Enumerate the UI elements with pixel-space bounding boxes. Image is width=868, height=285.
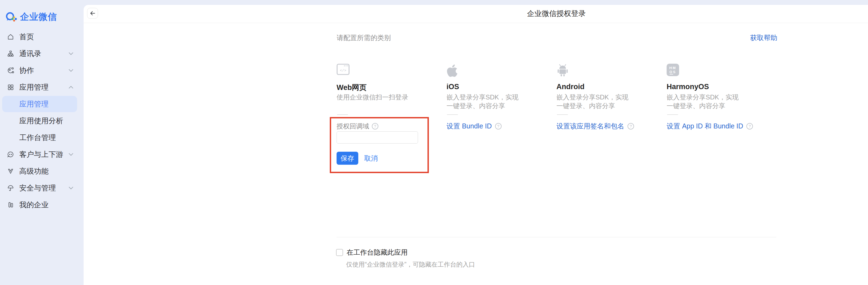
card-harmonyos-desc: 嵌入登录分享SDK，实现 一键登录、内容分享 [666, 93, 739, 110]
hide-app-label: 在工作台隐藏此应用 [347, 248, 408, 257]
card-harmonyos-title: HarmonyOS [666, 83, 709, 91]
home-icon [7, 33, 14, 40]
hide-app-row: 在工作台隐藏此应用 [336, 248, 408, 257]
sidebar-item-home[interactable]: 首页 [0, 29, 82, 45]
advanced-v-icon [7, 168, 14, 175]
browser-icon: </> [337, 64, 349, 79]
back-button[interactable] [87, 8, 98, 19]
help-question-icon[interactable]: ? [372, 123, 378, 130]
card-ios-desc: 嵌入登录分享SDK，实现 一键登录、内容分享 [446, 93, 519, 110]
chevron-down-icon [69, 153, 73, 156]
card-divider [667, 114, 678, 115]
company-icon [7, 201, 14, 208]
help-question-icon[interactable]: ? [495, 123, 502, 130]
card-ios: iOS 嵌入登录分享SDK，实现 一键登录、内容分享 设置 Bundle ID … [446, 64, 556, 191]
sidebar-item-contacts[interactable]: 通讯录 [0, 45, 82, 62]
contacts-icon [7, 50, 14, 57]
sidebar-subitem-app-management[interactable]: 应用管理 [0, 96, 82, 112]
config-hint-text: 请配置所需的类别 [337, 33, 391, 42]
card-android: Android 嵌入登录分享SDK，实现 一键登录、内容分享 设置该应用签名和包… [556, 64, 666, 191]
android-icon [556, 64, 569, 79]
hide-app-checkbox[interactable] [336, 249, 343, 256]
card-harmonyos: HM OS HarmonyOS 嵌入登录分享SDK，实现 一键登录、内容分享 设… [666, 64, 776, 191]
collaboration-icon [7, 67, 14, 74]
card-ios-title: iOS [446, 83, 459, 91]
chevron-down-icon [69, 69, 73, 72]
hide-app-description: 仅使用“企业微信登录”，可隐藏在工作台的入口 [346, 260, 475, 269]
callback-domain-label: 授权回调域 [337, 122, 369, 131]
card-web-desc: 使用企业微信扫一扫登录 [337, 93, 408, 102]
wecom-logo[interactable]: 企业微信 [5, 11, 57, 23]
chevron-up-icon [69, 86, 73, 88]
help-question-icon[interactable]: ? [746, 123, 753, 130]
arrow-left-icon [90, 10, 96, 16]
wecom-logo-icon [5, 12, 18, 23]
get-help-link[interactable]: 获取帮助 [750, 33, 777, 42]
help-question-icon[interactable]: ? [627, 123, 634, 130]
sidebar-subitem-app-usage-analysis[interactable]: 应用使用分析 [0, 112, 82, 129]
panel-header: 企业微信授权登录 [84, 5, 868, 23]
content-area: 请配置所需的类别 获取帮助 </> Web网页 使用企业微信扫一扫登录 授权回 [337, 23, 776, 285]
save-button[interactable]: 保存 [337, 152, 358, 165]
sidebar-item-advanced-features[interactable]: 高级功能 [0, 163, 82, 180]
sidebar-item-app-management[interactable]: 应用管理 [0, 79, 82, 96]
chevron-down-icon [69, 187, 73, 189]
sidebar-item-my-company[interactable]: 我的企业 [0, 197, 82, 213]
main-panel: 企业微信授权登录 请配置所需的类别 获取帮助 </> Web网页 使用企业微信扫… [84, 5, 868, 285]
apps-grid-icon [7, 84, 14, 91]
callback-domain-highlight-box: 授权回调域 ? 保存 取消 [330, 117, 429, 173]
cancel-button[interactable]: 取消 [364, 152, 378, 165]
sidebar-subitem-workbench-management[interactable]: 工作台管理 [0, 129, 82, 146]
card-web-title: Web网页 [337, 83, 367, 93]
page-title: 企业微信授权登录 [337, 5, 776, 23]
svg-text:</>: </> [340, 69, 346, 73]
callback-domain-input[interactable] [337, 131, 418, 144]
card-divider [337, 114, 348, 115]
set-appid-bundleid-link[interactable]: 设置 App ID 和 Bundle ID [666, 122, 743, 131]
umbrella-icon [7, 184, 14, 191]
set-signature-package-link[interactable]: 设置该应用签名和包名 [556, 122, 624, 131]
platform-cards: </> Web网页 使用企业微信扫一扫登录 授权回调域 ? 保存 取消 [337, 64, 776, 191]
card-android-title: Android [556, 83, 584, 91]
set-bundle-id-link[interactable]: 设置 Bundle ID [446, 122, 492, 131]
apple-icon [446, 64, 458, 79]
sidebar-item-security-management[interactable]: 安全与管理 [0, 180, 82, 197]
section-divider [337, 237, 776, 237]
sidebar: 企业微信 首页 通讯录 协作 [0, 0, 82, 285]
sidebar-item-customers[interactable]: 客户与上下游 [0, 146, 82, 163]
card-divider [447, 114, 458, 115]
harmonyos-icon: HM OS [666, 64, 679, 79]
card-divider [557, 114, 568, 115]
card-android-desc: 嵌入登录分享SDK，实现 一键登录、内容分享 [556, 93, 628, 110]
sidebar-nav: 首页 通讯录 协作 应用管理 [0, 29, 82, 213]
card-web: </> Web网页 使用企业微信扫一扫登录 授权回调域 ? 保存 取消 [337, 64, 446, 191]
chevron-down-icon [69, 52, 73, 55]
wecom-logo-text: 企业微信 [20, 11, 57, 23]
chat-bubble-icon [7, 151, 14, 158]
sidebar-item-collaboration[interactable]: 协作 [0, 62, 82, 79]
